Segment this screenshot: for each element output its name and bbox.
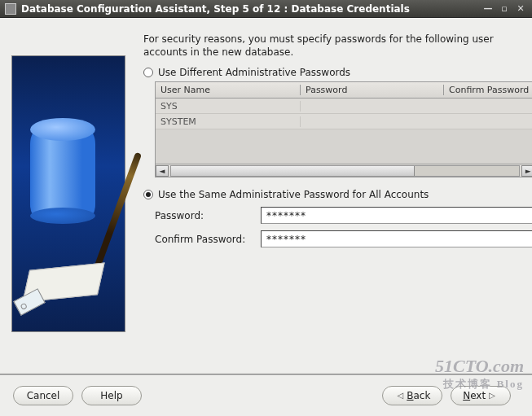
confirm-password-label: Confirm Password:	[155, 234, 261, 245]
table-row[interactable]: SYS	[156, 99, 532, 114]
wizard-footer: Cancel Help ◁ Back Next ▷	[0, 374, 532, 416]
table-header: User Name Password Confirm Password	[156, 82, 532, 99]
table-row[interactable]: SYSTEM	[156, 114, 532, 129]
chevron-right-icon: ▷	[489, 387, 495, 405]
content-area: For security reasons, you must specify p…	[0, 18, 532, 374]
app-icon	[5, 3, 16, 15]
window-titlebar: Database Configuration Assistant, Step 5…	[0, 0, 532, 18]
wizard-side-image	[11, 55, 125, 332]
cell-user: SYS	[156, 101, 301, 112]
header-user: User Name	[156, 85, 301, 95]
option-different-label: Use Different Administrative Passwords	[158, 67, 350, 78]
password-input[interactable]	[261, 207, 532, 224]
close-button[interactable]: ✕	[514, 3, 527, 15]
header-password: Password	[301, 85, 444, 95]
credentials-table: User Name Password Confirm Password SYS …	[155, 81, 532, 177]
database-icon	[30, 129, 95, 219]
password-label: Password:	[155, 210, 261, 221]
table-horizontal-scrollbar[interactable]: ◄ ►	[156, 164, 532, 177]
confirm-password-input[interactable]	[261, 230, 532, 247]
option-different-passwords[interactable]: Use Different Administrative Passwords	[143, 67, 532, 78]
password-row: Password:	[155, 207, 532, 224]
cancel-button[interactable]: Cancel	[13, 386, 73, 405]
cell-user: SYSTEM	[156, 116, 301, 127]
scroll-thumb[interactable]	[171, 166, 415, 176]
main-panel: For security reasons, you must specify p…	[125, 33, 532, 374]
minimize-button[interactable]: —	[481, 3, 495, 15]
scroll-right-icon[interactable]: ►	[521, 165, 532, 177]
option-same-password[interactable]: Use the Same Administrative Password for…	[143, 189, 532, 200]
radio-icon	[143, 68, 153, 77]
chevron-left-icon: ◁	[398, 387, 404, 405]
option-same-label: Use the Same Administrative Password for…	[158, 189, 429, 200]
scroll-track[interactable]	[170, 165, 520, 177]
back-button[interactable]: ◁ Back	[382, 386, 442, 405]
next-button[interactable]: Next ▷	[451, 386, 511, 405]
radio-icon	[143, 190, 153, 199]
maximize-button[interactable]: ▫	[498, 3, 511, 15]
window-title: Database Configuration Assistant, Step 5…	[21, 3, 478, 15]
header-confirm: Confirm Password	[444, 85, 532, 95]
intro-text: For security reasons, you must specify p…	[143, 33, 532, 59]
confirm-password-row: Confirm Password:	[155, 230, 532, 247]
help-button[interactable]: Help	[81, 386, 142, 405]
scroll-left-icon[interactable]: ◄	[156, 165, 169, 177]
